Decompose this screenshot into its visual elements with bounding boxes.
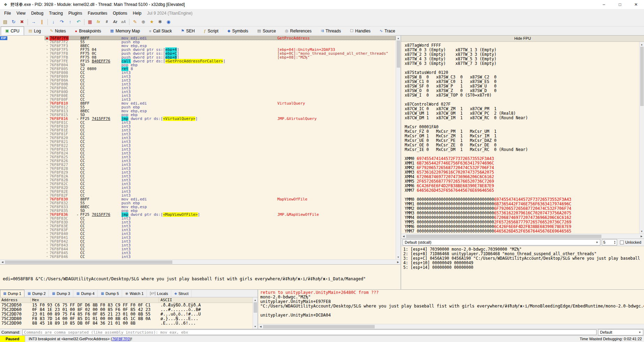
- dump-rows[interactable]: 75C2DD5015 F0 93 C6 75 FF DF D6 8B F0 83…: [0, 303, 257, 329]
- menu-help[interactable]: Help: [130, 10, 144, 17]
- pause-icon[interactable]: ∥: [38, 18, 46, 26]
- tab-cpu[interactable]: ▣CPU: [1, 26, 24, 35]
- disasm-hscrollbar[interactable]: ◀ ▶: [0, 259, 400, 264]
- row-bullet: •: [45, 55, 50, 59]
- scroll-up-icon[interactable]: ▲: [639, 42, 644, 47]
- hash-icon[interactable]: #: [103, 18, 111, 26]
- toolbar: ▤↻✖→∥↓↷↑↶▦fx#AzaA✎⊕★✱◉: [0, 17, 644, 26]
- return-info-hscrollbar[interactable]: ◀ ▶: [258, 324, 644, 329]
- calling-convention-select[interactable]: Default (stdcall) ▼: [403, 239, 600, 245]
- tab-log[interactable]: ▤Log: [24, 26, 45, 35]
- tab-notes-icon: ✎: [50, 29, 53, 33]
- tab-struct[interactable]: ◈Struct: [171, 290, 192, 297]
- scroll-down-icon[interactable]: ▼: [639, 229, 644, 234]
- menu-favourites[interactable]: Favourites: [85, 10, 110, 17]
- scroll-thumb[interactable]: [5, 260, 172, 264]
- close-icon[interactable]: ✖: [18, 18, 26, 26]
- tab-notes[interactable]: ✎Notes: [45, 26, 70, 35]
- tab-seh[interactable]: ⚑SEH: [177, 26, 200, 35]
- disassembly-view[interactable]: EIP●76F8F7F08BFFmov edi,ediGetProcAddres…: [0, 36, 396, 259]
- registers-vscrollbar[interactable]: ▲ ▼: [639, 42, 644, 234]
- tab-watch-1[interactable]: ◉Watch 1: [122, 290, 147, 297]
- minimize-button[interactable]: –: [596, 0, 612, 9]
- function-analysis-icon[interactable]: fx: [95, 18, 102, 26]
- tab-dump-3[interactable]: ▦Dump 3: [49, 290, 73, 297]
- open-file-icon[interactable]: ▤: [1, 18, 9, 26]
- attach-icon[interactable]: ⊕: [140, 18, 147, 26]
- breakpoint-address-link[interactable]: 76F8F7F0: [112, 337, 130, 341]
- tab-dump-1[interactable]: ▦Dump 1: [0, 290, 24, 297]
- scroll-thumb[interactable]: [640, 47, 644, 106]
- status-message-post: )!: [130, 337, 132, 341]
- tab-dump-2[interactable]: ▦Dump 2: [24, 290, 49, 297]
- step-over-icon[interactable]: ↷: [58, 18, 66, 26]
- stack-argument-row[interactable]: 5: [esp+14] 00000000 00000000: [403, 265, 642, 270]
- scroll-down-icon[interactable]: ▼: [253, 324, 258, 329]
- dump-row[interactable]: 75C2DD9088 45 18 89 10 85 DB 0F 84 36 21…: [0, 321, 257, 326]
- return-info-lines[interactable]: return to unityplayer.UnityMain+26480C f…: [258, 290, 644, 324]
- scroll-left-icon[interactable]: ◀: [258, 324, 263, 329]
- tab-dump-5[interactable]: ▦Dump 5: [98, 290, 122, 297]
- tab-handles[interactable]: ☐Handles: [345, 26, 375, 35]
- settings-icon[interactable]: ✱: [156, 18, 164, 26]
- disasm-vscrollbar[interactable]: ▲ ▼: [396, 36, 400, 259]
- instruction-bytes: CC: [80, 159, 121, 163]
- tab-locals[interactable]: [x=]Locals: [147, 290, 171, 297]
- disasm-gutter: [0, 213, 45, 216]
- tab-threads[interactable]: ⇉Threads: [316, 26, 345, 35]
- maximize-button[interactable]: □: [612, 0, 628, 9]
- registers-hscrollbar[interactable]: ◀ ▶: [401, 234, 644, 238]
- tab-script[interactable]: ƒScript: [199, 26, 223, 35]
- scroll-right-icon[interactable]: ▶: [396, 260, 400, 265]
- favourites-icon[interactable]: ★: [148, 18, 156, 26]
- scroll-down-icon[interactable]: ▼: [396, 254, 401, 259]
- scroll-up-icon[interactable]: ▲: [253, 297, 258, 302]
- fpu-registers-view[interactable]: x87TagWord FFFFx87TW_0 3 (Empty) x87TW_1…: [401, 42, 639, 234]
- hide-fpu-button[interactable]: Hide FPU: [401, 36, 644, 42]
- tab-memory-map[interactable]: ▦Memory Map: [106, 26, 144, 35]
- execute-till-return-icon[interactable]: ↑: [66, 18, 74, 26]
- close-button[interactable]: ✕: [628, 0, 644, 9]
- menu-debug[interactable]: Debug: [28, 10, 46, 17]
- globe-icon[interactable]: ◉: [165, 18, 172, 26]
- tab-references[interactable]: ◎References: [280, 26, 316, 35]
- scroll-thumb[interactable]: [263, 325, 375, 328]
- tab-breakpoints[interactable]: ●Breakpoints: [70, 26, 106, 35]
- menu-options[interactable]: Options: [110, 10, 130, 17]
- tab-call-stack[interactable]: ≡Call Stack: [144, 26, 176, 35]
- step-back-icon[interactable]: ↶: [75, 18, 82, 26]
- step-into-icon[interactable]: ↓: [50, 18, 57, 26]
- menu-view[interactable]: View: [14, 10, 28, 17]
- run-icon[interactable]: →: [30, 18, 37, 26]
- tab-source[interactable]: ▤Source: [253, 26, 280, 35]
- patch-icon[interactable]: ▦: [86, 18, 94, 26]
- uppercase-az-icon[interactable]: Az: [111, 18, 119, 26]
- args-depth-spinner[interactable]: 5 ▲▼: [602, 239, 617, 245]
- toolbar-separator: [47, 19, 48, 25]
- scroll-thumb[interactable]: [406, 235, 601, 238]
- instruction-text: int3: [121, 147, 277, 151]
- menu-tracing[interactable]: Tracing: [46, 10, 66, 17]
- tab-trace[interactable]: ∿Trace: [375, 26, 399, 35]
- disasm-row[interactable]: •76F8F846CCint3: [0, 255, 396, 259]
- command-profile-select[interactable]: Default ▼: [598, 329, 643, 335]
- instruction-comment: [ebp+08]:"MZђ": [277, 55, 310, 59]
- disasm-gutter: [0, 170, 45, 174]
- scroll-right-icon[interactable]: ▶: [639, 234, 644, 239]
- scroll-left-icon[interactable]: ◀: [0, 260, 5, 265]
- scroll-thumb[interactable]: [254, 302, 257, 313]
- pencil-icon[interactable]: ✎: [131, 18, 139, 26]
- restart-icon[interactable]: ↻: [10, 18, 17, 26]
- scroll-up-icon[interactable]: ▲: [396, 36, 401, 40]
- command-input[interactable]: [22, 329, 597, 335]
- menu-plugins[interactable]: Plugins: [66, 10, 85, 17]
- tab-symbols[interactable]: ◆Symbols: [223, 26, 253, 35]
- lowercase-aa-icon[interactable]: aA: [120, 18, 127, 26]
- scroll-left-icon[interactable]: ◀: [401, 234, 406, 239]
- stack-arguments-view[interactable]: 1: [esp+4] 70390000 mono-2.0-bdwgc.70390…: [401, 246, 644, 289]
- dump-vscrollbar[interactable]: ▲ ▼: [253, 297, 257, 329]
- tab-dump-4[interactable]: ▦Dump 4: [73, 290, 98, 297]
- unlocked-checkbox[interactable]: Unlocked: [619, 240, 643, 244]
- scroll-thumb[interactable]: [397, 40, 400, 68]
- menu-file[interactable]: File: [1, 10, 14, 17]
